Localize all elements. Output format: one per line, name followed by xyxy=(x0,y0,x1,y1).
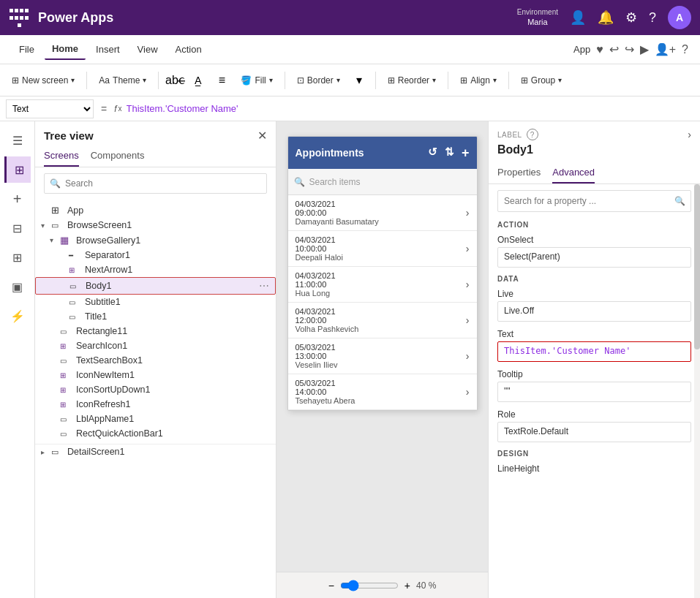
notification-icon[interactable]: 🔔 xyxy=(598,10,614,26)
appointment-item-4[interactable]: 05/03/2021 13:00:00 Veselin Iliev › xyxy=(288,338,477,374)
tree-item-detail-screen1[interactable]: ▸ ▭ DetailScreen1 xyxy=(35,444,276,459)
appt-name-3: Volha Pashkevich xyxy=(296,325,466,333)
user-plus-icon[interactable]: 👤+ xyxy=(655,42,676,56)
font-color-button[interactable]: A̲ xyxy=(188,70,208,91)
appointment-item-5[interactable]: 05/03/2021 14:00:00 Tsehayetu Abera › xyxy=(288,374,477,410)
role-value[interactable]: TextRole.Default xyxy=(497,422,691,442)
tree-item-browse-screen1[interactable]: ▾ ▭ BrowseScreen1 xyxy=(35,218,276,232)
tree-search-input[interactable] xyxy=(44,173,267,194)
play-icon[interactable]: ▶ xyxy=(640,42,649,56)
tab-advanced[interactable]: Advanced xyxy=(552,162,595,183)
app-search-bar[interactable]: 🔍 Search items xyxy=(288,169,477,195)
text-value-box[interactable]: ThisItem.'Customer Name' xyxy=(497,341,691,362)
tree-item-rectangle11[interactable]: ▭ Rectangle11 xyxy=(35,324,276,338)
menu-file[interactable]: File xyxy=(12,39,42,59)
formula-input[interactable] xyxy=(127,99,694,118)
settings-icon[interactable]: ⚙ xyxy=(625,10,637,26)
help-menu-icon[interactable]: ? xyxy=(682,43,688,56)
fill-button[interactable]: 🪣 Fill ▾ xyxy=(235,72,278,88)
add-app-icon[interactable]: + xyxy=(462,145,470,161)
zoom-out-button[interactable]: − xyxy=(328,580,334,591)
toolbar-separator-3 xyxy=(285,72,285,89)
appt-name-1: Deepali Haloi xyxy=(296,253,466,262)
waffle-menu[interactable] xyxy=(9,7,29,28)
tab-properties[interactable]: Properties xyxy=(497,162,541,183)
align-text-button[interactable]: ≡ xyxy=(211,70,232,91)
prop-search-input[interactable] xyxy=(497,190,691,212)
tree-item-title1[interactable]: ▭ Title1 xyxy=(35,309,276,324)
border-button[interactable]: ⊡ Border ▾ xyxy=(291,72,346,88)
tree-item-icon-refresh1[interactable]: ⊞ IconRefresh1 xyxy=(35,397,276,412)
redo-icon[interactable]: ↪ xyxy=(625,42,634,56)
tree-item-lbl-app-name1[interactable]: ▭ LblAppName1 xyxy=(35,412,276,426)
on-select-value[interactable]: Select(Parent) xyxy=(497,247,691,268)
abc-strikethrough-button[interactable]: abc̶ xyxy=(165,70,185,91)
tree-item-browse-gallery1[interactable]: ▾ ▦ BrowseGallery1 xyxy=(35,232,276,248)
panel-expand-button[interactable]: › xyxy=(688,129,691,140)
sort-app-icon[interactable]: ⇅ xyxy=(445,145,454,161)
tooltip-value[interactable]: "" xyxy=(497,382,691,402)
help-icon[interactable]: ? xyxy=(649,10,656,26)
tree-close-button[interactable]: ✕ xyxy=(257,129,267,143)
tree-item-icon-new-item1[interactable]: ⊞ IconNewItem1 xyxy=(35,368,276,382)
menu-toggle-icon[interactable]: ☰ xyxy=(4,127,31,154)
formula-type-select[interactable]: Text xyxy=(6,99,94,118)
detail-screen1-label: DetailScreen1 xyxy=(67,447,270,457)
appointment-item-3[interactable]: 04/03/2021 12:00:00 Volha Pashkevich › xyxy=(288,303,477,338)
menu-right: App ♥ ↩ ↪ ▶ 👤+ ? xyxy=(573,42,688,56)
zoom-slider[interactable] xyxy=(340,580,399,591)
expand-icon-browse-screen1: ▾ xyxy=(41,222,51,230)
tree-item-body1[interactable]: ▭ Body1 ⋯ xyxy=(35,277,276,295)
live-value[interactable]: Live.Off xyxy=(497,301,691,322)
tree-item-search-icon1[interactable]: ⊞ SearchIcon1 xyxy=(35,338,276,353)
appt-time-2: 11:00:00 xyxy=(296,280,466,289)
avatar[interactable]: A xyxy=(668,6,691,29)
tree-item-icon-sort-up-down1[interactable]: ⊞ IconSortUpDown1 xyxy=(35,382,276,397)
menu-insert[interactable]: Insert xyxy=(89,39,127,59)
zoom-in-button[interactable]: + xyxy=(404,580,410,591)
tree-item-separator1[interactable]: ━ Separator1 xyxy=(35,248,276,262)
media-icon[interactable]: ▣ xyxy=(4,273,31,300)
theme-button[interactable]: Aa Theme ▾ xyxy=(93,72,152,88)
plus-icon[interactable]: + xyxy=(4,186,31,212)
right-panel-scrollbar[interactable] xyxy=(694,184,700,598)
prop-search-wrap: 🔍 xyxy=(497,190,691,212)
tree-item-subtitle1[interactable]: ▭ Subtitle1 xyxy=(35,295,276,309)
dropdown-button[interactable]: ▾ xyxy=(349,70,369,91)
text-row: Text ThisItem.'Customer Name' xyxy=(497,329,691,362)
reorder-chevron: ▾ xyxy=(432,76,436,84)
browse-gallery1-label: BrowseGallery1 xyxy=(76,235,270,246)
tree-item-text-search-box1[interactable]: ▭ TextSearchBox1 xyxy=(35,353,276,368)
align-button[interactable]: ⊞ Align ▾ xyxy=(454,72,503,88)
text-box-icon: ▭ xyxy=(60,357,73,365)
data-icon[interactable]: ⊟ xyxy=(4,215,31,241)
tree-item-app[interactable]: ⊞ App xyxy=(35,203,276,218)
next-arrow-icon: ⊞ xyxy=(69,266,82,274)
formula-fx-button[interactable]: fx xyxy=(114,104,121,114)
screens-icon[interactable]: ⊞ xyxy=(4,156,31,183)
heart-monitor-icon[interactable]: ♥ xyxy=(596,43,603,56)
refresh-app-icon[interactable]: ↺ xyxy=(428,145,437,161)
appointment-item-0[interactable]: 04/03/2021 09:00:00 Damayanti Basumatary… xyxy=(288,195,477,231)
help-circle-icon[interactable]: ? xyxy=(527,129,538,140)
appointment-item-2[interactable]: 04/03/2021 11:00:00 Hua Long › xyxy=(288,267,477,303)
person-icon[interactable]: 👤 xyxy=(570,10,586,26)
tree-item-next-arrow1[interactable]: ⊞ NextArrow1 xyxy=(35,262,276,277)
menu-view[interactable]: View xyxy=(130,39,165,59)
new-screen-button[interactable]: ⊞ New screen ▾ xyxy=(6,72,80,88)
body1-more-icon[interactable]: ⋯ xyxy=(259,280,269,292)
menu-action[interactable]: Action xyxy=(168,39,209,59)
reorder-button[interactable]: ⊞ Reorder ▾ xyxy=(382,72,442,88)
menu-home[interactable]: Home xyxy=(45,39,86,60)
group-button[interactable]: ⊞ Group ▾ xyxy=(515,72,568,88)
undo-icon[interactable]: ↩ xyxy=(609,42,619,56)
variables-icon[interactable]: ⊞ xyxy=(4,244,31,270)
appointment-item-1[interactable]: 04/03/2021 10:00:00 Deepali Haloi › xyxy=(288,231,477,267)
theme-chevron: ▾ xyxy=(143,76,146,84)
tab-screens[interactable]: Screens xyxy=(44,145,79,167)
right-panel-header: LABEL ? › xyxy=(489,121,700,143)
border-icon: ⊡ xyxy=(297,75,304,86)
power-automate-icon[interactable]: ⚡ xyxy=(4,303,31,329)
tab-components[interactable]: Components xyxy=(91,145,145,167)
tree-item-rect-quick-action-bar1[interactable]: ▭ RectQuickActionBar1 xyxy=(35,426,276,441)
